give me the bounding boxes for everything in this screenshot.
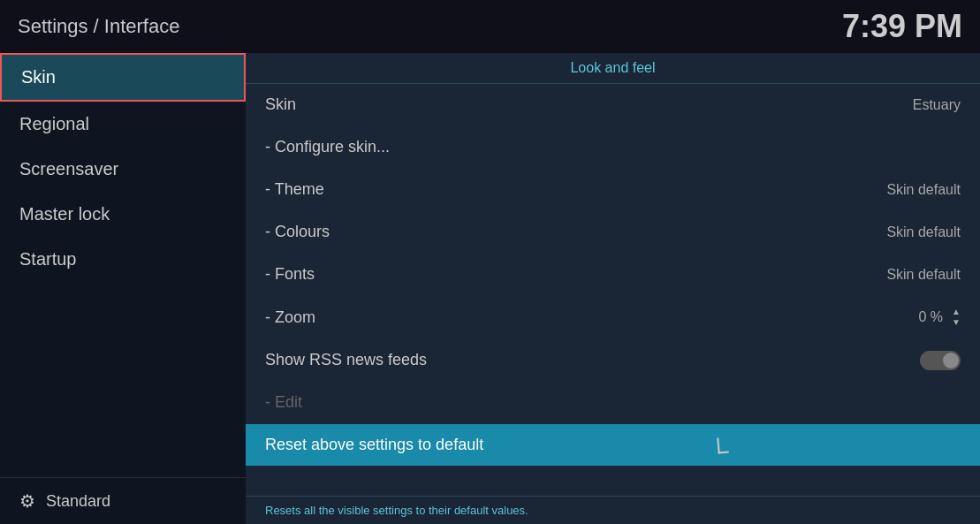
zoom-spinbox-arrows[interactable]: ▲ ▼	[952, 307, 961, 328]
setting-label-reset: Reset above settings to default	[265, 436, 483, 454]
section-header: Look and feel	[246, 53, 980, 84]
sidebar-item-startup[interactable]: Startup	[0, 237, 246, 282]
setting-label-configure-skin: - Configure skin...	[265, 138, 390, 156]
clock-display: 7:39 PM	[842, 8, 962, 45]
setting-row-zoom[interactable]: - Zoom 0 % ▲ ▼	[246, 296, 980, 339]
setting-value-theme: Skin default	[886, 182, 961, 198]
setting-value-rss	[920, 351, 961, 370]
settings-content: Look and feel Skin Estuary - Configure s…	[246, 53, 980, 524]
sidebar-item-master-lock[interactable]: Master lock	[0, 192, 246, 237]
cursor-indicator	[717, 437, 729, 453]
standard-label: Standard	[46, 492, 110, 511]
zoom-down-arrow[interactable]: ▼	[952, 317, 961, 328]
setting-value-colours: Skin default	[886, 224, 961, 240]
main-content: Skin Regional Screensaver Master lock St…	[0, 53, 980, 524]
gear-icon: ⚙	[19, 490, 35, 512]
zoom-up-arrow[interactable]: ▲	[952, 307, 961, 317]
setting-row-reset[interactable]: Reset above settings to default	[246, 424, 980, 467]
sidebar: Skin Regional Screensaver Master lock St…	[0, 53, 246, 524]
setting-row-edit: - Edit	[246, 382, 980, 424]
setting-row-theme[interactable]: - Theme Skin default	[246, 169, 980, 211]
setting-label-theme: - Theme	[265, 180, 324, 199]
footer-hint: Resets all the visible settings to their…	[246, 496, 980, 524]
setting-row-rss[interactable]: Show RSS news feeds	[246, 339, 980, 382]
app-header: Settings / Interface 7:39 PM	[0, 0, 980, 53]
setting-label-rss: Show RSS news feeds	[265, 351, 427, 369]
sidebar-footer: ⚙ Standard	[0, 477, 246, 524]
setting-row-skin[interactable]: Skin Estuary	[246, 84, 980, 126]
sidebar-item-screensaver[interactable]: Screensaver	[0, 147, 246, 192]
setting-label-edit: - Edit	[265, 393, 302, 412]
setting-row-colours[interactable]: - Colours Skin default	[246, 211, 980, 254]
setting-value-skin: Estuary	[913, 97, 961, 113]
sidebar-item-skin[interactable]: Skin	[0, 53, 246, 102]
setting-label-skin: Skin	[265, 95, 296, 114]
setting-row-configure-skin[interactable]: - Configure skin...	[246, 126, 980, 169]
sidebar-nav: Skin Regional Screensaver Master lock St…	[0, 53, 246, 282]
settings-list: Skin Estuary - Configure skin... - Theme…	[246, 84, 980, 496]
setting-label-colours: - Colours	[265, 223, 330, 241]
zoom-value-text: 0 %	[919, 309, 944, 325]
sidebar-item-regional[interactable]: Regional	[0, 102, 246, 147]
setting-label-zoom: - Zoom	[265, 308, 315, 327]
rss-toggle[interactable]	[920, 351, 961, 370]
setting-value-zoom: 0 % ▲ ▼	[919, 307, 961, 328]
page-title: Settings / Interface	[18, 15, 179, 38]
setting-label-fonts: - Fonts	[265, 265, 315, 284]
setting-row-fonts[interactable]: - Fonts Skin default	[246, 254, 980, 296]
setting-value-fonts: Skin default	[886, 267, 961, 283]
